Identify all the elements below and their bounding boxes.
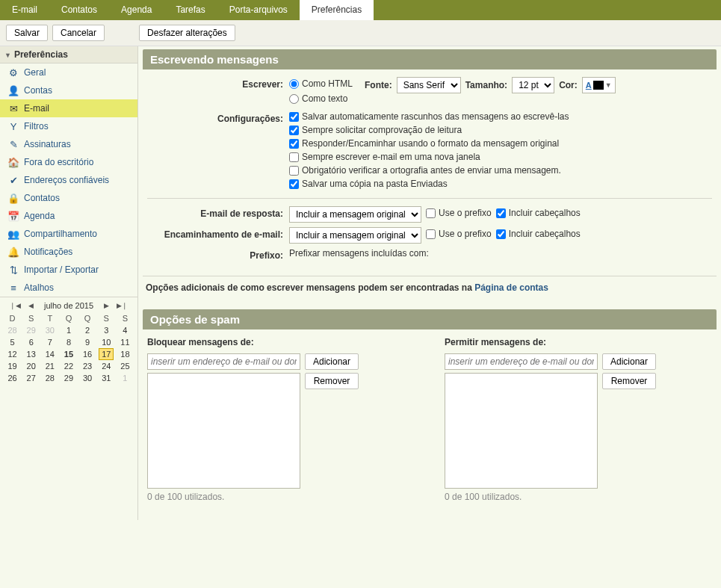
- radio-as-html-input[interactable]: [289, 79, 299, 89]
- save-button[interactable]: Salvar: [6, 25, 48, 41]
- fwd-select[interactable]: Incluir a mensagem original: [289, 227, 421, 244]
- tab-e-mail[interactable]: E-mail: [0, 0, 49, 20]
- chk-receipt[interactable]: Sempre solicitar comprovação de leitura: [289, 125, 712, 135]
- chk-orig-format[interactable]: Responder/Encaminhar usando o formato da…: [289, 138, 712, 149]
- sidebar-item-contatos[interactable]: 🔒Contatos: [0, 189, 137, 207]
- cal-day[interactable]: 22: [59, 360, 78, 372]
- sidebar-item-compartilhamento[interactable]: 👥Compartilhamento: [0, 225, 137, 243]
- cal-day[interactable]: 31: [97, 372, 116, 384]
- fwd-use-prefix[interactable]: Use o prefixo: [426, 229, 492, 239]
- radio-as-text[interactable]: Como texto: [289, 93, 712, 104]
- cal-day[interactable]: 4: [116, 324, 134, 336]
- tab-tarefas[interactable]: Tarefas: [164, 0, 217, 20]
- cal-next-icon[interactable]: ▶: [102, 302, 111, 309]
- allow-remove-button[interactable]: Remover: [602, 373, 656, 389]
- reply-include-headers-input[interactable]: [496, 208, 506, 218]
- chk-spell-input[interactable]: [289, 166, 299, 176]
- cal-day[interactable]: 3: [97, 324, 116, 336]
- sidebar-item-filtros[interactable]: YFiltros: [0, 117, 137, 135]
- tab-porta-arquivos[interactable]: Porta-arquivos: [217, 0, 300, 20]
- cal-day[interactable]: 12: [3, 348, 22, 360]
- sidebar-item-assinaturas[interactable]: ✎Assinaturas: [0, 135, 137, 153]
- font-select[interactable]: Sans Serif: [397, 77, 461, 93]
- chk-autosave-input[interactable]: [289, 112, 299, 122]
- cal-day[interactable]: 6: [22, 336, 40, 348]
- cal-day[interactable]: 10: [97, 336, 116, 348]
- block-listbox[interactable]: [147, 373, 300, 489]
- sidebar-item-agenda[interactable]: 📅Agenda: [0, 207, 137, 225]
- cancel-button[interactable]: Cancelar: [52, 25, 105, 41]
- cal-day[interactable]: 16: [78, 348, 97, 360]
- chk-new-window-input[interactable]: [289, 152, 299, 162]
- sidebar-item-endere-os-confi-veis[interactable]: ✔Endereços confiáveis: [0, 171, 137, 189]
- cal-day[interactable]: 15: [59, 348, 78, 360]
- sidebar-item-atalhos[interactable]: ≡Atalhos: [0, 279, 137, 297]
- tab-contatos[interactable]: Contatos: [49, 0, 109, 20]
- cal-day[interactable]: 18: [116, 348, 134, 360]
- chk-receipt-input[interactable]: [289, 126, 299, 135]
- cal-day[interactable]: 20: [22, 360, 40, 372]
- cal-day[interactable]: 14: [40, 348, 59, 360]
- cal-day[interactable]: 21: [40, 360, 59, 372]
- radio-as-html[interactable]: Como HTML: [289, 78, 353, 89]
- reply-include-headers[interactable]: Incluir cabeçalhos: [496, 208, 581, 218]
- fwd-include-headers[interactable]: Incluir cabeçalhos: [496, 229, 581, 239]
- accounts-page-link[interactable]: Página de contas: [474, 282, 548, 293]
- reply-use-prefix-input[interactable]: [426, 208, 436, 218]
- cal-prev-icon[interactable]: ◀: [27, 302, 35, 309]
- cal-day[interactable]: 28: [40, 372, 59, 384]
- chk-save-sent-input[interactable]: [289, 179, 299, 189]
- tab-agenda[interactable]: Agenda: [109, 0, 164, 20]
- cal-day[interactable]: 9: [78, 336, 97, 348]
- sidebar-item-notifica-es[interactable]: 🔔Notificações: [0, 243, 137, 261]
- cal-day[interactable]: 24: [97, 360, 116, 372]
- radio-as-text-input[interactable]: [289, 94, 299, 104]
- color-picker[interactable]: A▼: [582, 77, 616, 93]
- block-remove-button[interactable]: Remover: [305, 373, 359, 389]
- cal-day[interactable]: 11: [116, 336, 134, 348]
- cal-first-icon[interactable]: ❘◀: [8, 302, 22, 309]
- cal-day[interactable]: 30: [40, 324, 59, 336]
- cal-day[interactable]: 13: [22, 348, 40, 360]
- undo-changes-button[interactable]: Desfazer alterações: [139, 25, 235, 41]
- cal-day[interactable]: 28: [3, 324, 22, 336]
- cal-day[interactable]: 30: [78, 372, 97, 384]
- cal-day[interactable]: 5: [3, 336, 22, 348]
- chk-new-window[interactable]: Sempre escrever e-mail em uma nova janel…: [289, 152, 712, 162]
- block-add-button[interactable]: Adicionar: [305, 353, 359, 370]
- cal-day[interactable]: 1: [59, 324, 78, 336]
- cal-day[interactable]: 1: [116, 372, 134, 384]
- reply-use-prefix[interactable]: Use o prefixo: [426, 208, 492, 218]
- allow-add-button[interactable]: Adicionar: [602, 353, 656, 370]
- sidebar-item-contas[interactable]: 👤Contas: [0, 81, 137, 99]
- sidebar-item-e-mail[interactable]: ✉E-mail: [0, 99, 137, 117]
- block-address-input[interactable]: [147, 353, 300, 370]
- cal-day[interactable]: 23: [78, 360, 97, 372]
- sidebar-item-importar-exportar[interactable]: ⇅Importar / Exportar: [0, 261, 137, 279]
- cal-day[interactable]: 19: [3, 360, 22, 372]
- allow-address-input[interactable]: [445, 353, 598, 370]
- tab-prefer-ncias[interactable]: Preferências: [300, 0, 374, 20]
- cal-day[interactable]: 2: [78, 324, 97, 336]
- sidebar-item-fora-do-escrit-rio[interactable]: 🏠Fora do escritório: [0, 153, 137, 171]
- fwd-use-prefix-input[interactable]: [426, 229, 436, 239]
- sidebar-item-geral[interactable]: ⚙Geral: [0, 64, 137, 81]
- cal-day[interactable]: 27: [22, 372, 40, 384]
- chk-orig-format-input[interactable]: [289, 139, 299, 149]
- cal-day[interactable]: 29: [59, 372, 78, 384]
- reply-select[interactable]: Incluir a mensagem original: [289, 206, 421, 223]
- allow-listbox[interactable]: [445, 373, 598, 489]
- cal-day[interactable]: 26: [3, 372, 22, 384]
- chk-autosave[interactable]: Salvar automaticamente rascunhos das men…: [289, 111, 712, 122]
- cal-day[interactable]: 25: [116, 360, 134, 372]
- cal-day[interactable]: 7: [40, 336, 59, 348]
- cal-last-icon[interactable]: ▶❘: [115, 302, 129, 309]
- cal-day[interactable]: 17: [97, 348, 116, 360]
- size-select[interactable]: 12 pt: [512, 77, 554, 93]
- chk-save-sent[interactable]: Salvar uma cópia na pasta Enviadas: [289, 179, 712, 189]
- chk-spell[interactable]: Obrigatório verificar a ortografia antes…: [289, 165, 712, 176]
- fwd-include-headers-input[interactable]: [496, 229, 506, 239]
- cal-day[interactable]: 8: [59, 336, 78, 348]
- sidebar-header-preferencias[interactable]: Preferências: [0, 46, 137, 64]
- cal-day[interactable]: 29: [22, 324, 40, 336]
